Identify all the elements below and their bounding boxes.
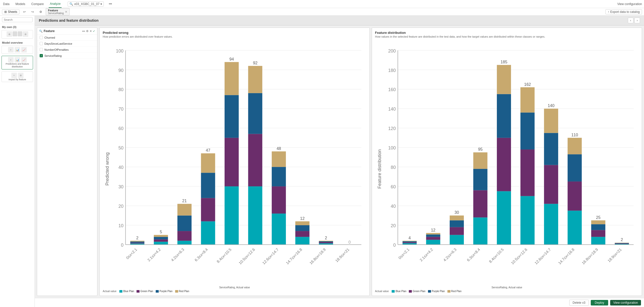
- svg-rect-73: [319, 241, 333, 242]
- deploy-button[interactable]: Deploy: [591, 300, 608, 305]
- svg-text:12: 12: [300, 216, 305, 221]
- svg-text:6.3≤x<8.4: 6.3≤x<8.4: [194, 247, 209, 262]
- feature-checkbox-3[interactable]: ✓: [40, 54, 43, 57]
- sidebar-card-model[interactable]: + 📊 📈: [2, 46, 33, 54]
- sidebar-card-1[interactable]: ⊕ ⊕: [2, 30, 33, 39]
- svg-text:6.3≤x<8.4: 6.3≤x<8.4: [466, 247, 481, 262]
- legend-color-0: [119, 290, 122, 293]
- right-x-axis-label: ServiceRating, Actual value: [375, 286, 639, 289]
- legend-label-0: Blue Plan: [395, 290, 406, 293]
- svg-rect-74: [319, 241, 333, 241]
- more-icon[interactable]: •••: [109, 2, 112, 6]
- svg-text:12: 12: [431, 228, 436, 232]
- second-bar: ⊞ Sheets ↩ ↪ ⚙ Feature ServiceRating ✕ ↑…: [0, 8, 644, 16]
- svg-text:14.7≤x<16.8: 14.7≤x<16.8: [285, 247, 303, 265]
- page-arrows: ‹ ›: [628, 18, 640, 23]
- charts-row: 🔍 Feature ••• ⚙ ✕ ✓ ChurnedDaysSinceLast…: [35, 25, 644, 298]
- card-preview-1: ⊕ ⊕: [3, 31, 32, 37]
- legend-item-2: Purple Plan: [156, 290, 173, 293]
- feature-items: ChurnedDaysSinceLastServiceNumberOfPenal…: [37, 35, 97, 59]
- svg-text:100: 100: [116, 48, 123, 54]
- feature-item-2[interactable]: NumberOfPenalties: [37, 47, 97, 53]
- delete-button[interactable]: Delete v3: [569, 300, 589, 306]
- svg-text:2: 2: [136, 235, 139, 240]
- svg-rect-149: [568, 138, 582, 154]
- tab-close-icon[interactable]: ✕: [65, 10, 67, 14]
- more-dots-icon[interactable]: •••: [82, 30, 85, 33]
- chart-icon: 📊: [15, 47, 20, 53]
- bar-icon-2: 📈: [21, 57, 27, 63]
- svg-rect-32: [154, 235, 168, 237]
- feature-label-1: DaysSinceLastService: [44, 42, 72, 45]
- search-icon-small: 🔍: [39, 30, 43, 33]
- feature-item-3[interactable]: ✓ServiceRating: [37, 53, 97, 59]
- svg-text:16.8≤x<18.9: 16.8≤x<18.9: [581, 247, 599, 265]
- svg-text:40: 40: [391, 204, 396, 209]
- back-icon[interactable]: ↩: [21, 9, 28, 15]
- feature-item-1[interactable]: DaysSinceLastService: [37, 41, 97, 47]
- right-legend-items: Blue PlanGreen PlanPurple PlanRed Plan: [392, 290, 461, 293]
- svg-text:21: 21: [182, 198, 187, 203]
- svg-rect-123: [473, 190, 487, 218]
- search-text: v03_XGBC_01_07: [74, 2, 99, 6]
- add-icon-3: +: [11, 73, 17, 78]
- left-chart-svg: 0102030405060708090100Predicted wrong20≤…: [103, 40, 366, 286]
- svg-text:48: 48: [277, 146, 281, 151]
- close-small-icon[interactable]: ✕: [90, 30, 92, 33]
- svg-text:80: 80: [391, 165, 396, 170]
- sidebar-card-predictions[interactable]: + 📊 📈 Predictions and feature distributi…: [2, 56, 33, 69]
- forward-icon[interactable]: ↪: [30, 9, 36, 15]
- svg-rect-35: [177, 241, 192, 245]
- svg-text:0≤x<2.1: 0≤x<2.1: [125, 247, 138, 260]
- sidebar-card-impact[interactable]: + ⊕ Impact by feature: [2, 71, 33, 82]
- nav-models[interactable]: Models: [14, 2, 26, 6]
- legend-color-1: [409, 290, 412, 293]
- top-nav: Data Models Compare Analyze 🔍 v03_XGBC_0…: [0, 0, 644, 8]
- svg-rect-53: [248, 186, 262, 245]
- svg-rect-140: [544, 204, 558, 245]
- svg-rect-119: [450, 216, 464, 220]
- export-button[interactable]: ↑ Export data to catalog: [605, 9, 642, 14]
- svg-rect-152: [591, 237, 605, 245]
- prev-arrow[interactable]: ‹: [628, 18, 633, 23]
- view-config-button[interactable]: View configuration: [610, 300, 641, 305]
- nav-data[interactable]: Data: [2, 2, 10, 6]
- svg-text:16.8≤x<18.9: 16.8≤x<18.9: [309, 247, 327, 265]
- settings-small-icon[interactable]: ⚙: [86, 30, 89, 33]
- svg-rect-155: [591, 220, 605, 224]
- svg-text:5: 5: [160, 229, 162, 234]
- feature-checkbox-0[interactable]: [40, 36, 43, 39]
- next-arrow[interactable]: ›: [634, 18, 640, 23]
- feature-item-0[interactable]: Churned: [37, 35, 97, 41]
- settings-icon[interactable]: ⚙: [38, 9, 44, 15]
- mini-bar-2: [18, 31, 22, 36]
- svg-text:92: 92: [253, 61, 257, 65]
- legend-label-2: Purple Plan: [432, 290, 445, 293]
- svg-rect-134: [520, 196, 534, 245]
- feature-panel-icons: ••• ⚙ ✕ ✓: [82, 30, 95, 33]
- sheets-button[interactable]: ⊞ Sheets: [2, 9, 19, 14]
- svg-rect-131: [497, 65, 511, 94]
- view-config-btn[interactable]: View configuration: [617, 2, 642, 6]
- svg-text:100: 100: [388, 145, 396, 150]
- svg-text:20: 20: [391, 223, 396, 228]
- sheets-label: Sheets: [8, 10, 17, 14]
- nav-compare[interactable]: Compare: [30, 2, 45, 6]
- predictions-icon-row: + 📊 📈: [3, 57, 32, 63]
- check-icon[interactable]: ✓: [93, 30, 95, 33]
- feature-tab[interactable]: Feature ServiceRating ✕: [46, 8, 69, 15]
- model-overview-label: Model overview: [0, 40, 35, 45]
- feature-checkbox-1[interactable]: [40, 42, 43, 45]
- search-box[interactable]: 🔍 v03_XGBC_01_07 ▾: [68, 2, 104, 7]
- svg-text:90: 90: [118, 68, 123, 73]
- svg-rect-124: [473, 169, 487, 190]
- svg-text:14.7≤x<16.8: 14.7≤x<16.8: [557, 247, 575, 265]
- nav-analyze[interactable]: Analyze: [49, 0, 62, 8]
- search-input[interactable]: [2, 17, 33, 22]
- svg-text:10.5≤x<12.6: 10.5≤x<12.6: [510, 247, 528, 265]
- legend-item-3: Red Plan: [175, 290, 189, 293]
- svg-text:0: 0: [348, 240, 351, 244]
- svg-rect-142: [544, 133, 558, 165]
- feature-checkbox-2[interactable]: [40, 48, 43, 51]
- feature-panel: 🔍 Feature ••• ⚙ ✕ ✓ ChurnedDaysSinceLast…: [37, 28, 97, 296]
